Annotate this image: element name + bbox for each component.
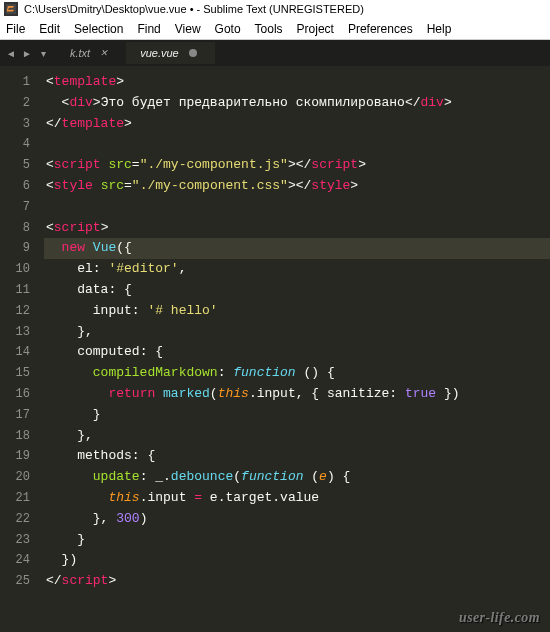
menu-file[interactable]: File (6, 22, 25, 36)
tab-dropdown-icon[interactable]: ▾ (36, 46, 50, 60)
code-line: computed: { (44, 342, 550, 363)
code-line: el: '#editor', (44, 259, 550, 280)
line-number-gutter: 1 2 3 4 5 6 7 8 9 10 11 12 13 14 15 16 1… (0, 66, 38, 598)
tab-strip: ◄ ► ▾ k.txt ✕ vue.vue (0, 40, 550, 66)
menu-find[interactable]: Find (137, 22, 160, 36)
code-line: </script> (44, 571, 550, 592)
code-area[interactable]: <template> <div>Это будет предварительно… (38, 66, 550, 598)
code-line (44, 134, 550, 155)
menu-goto[interactable]: Goto (215, 22, 241, 36)
window-title: C:\Users\Dmitry\Desktop\vue.vue • - Subl… (24, 3, 364, 15)
tab-forward-icon[interactable]: ► (20, 46, 34, 60)
tab-nav-arrows: ◄ ► ▾ (4, 46, 50, 60)
code-line: return marked(this.input, { sanitize: tr… (44, 384, 550, 405)
tab-label: vue.vue (140, 47, 179, 59)
app-icon (4, 2, 18, 16)
code-line (44, 197, 550, 218)
tab-vuevue[interactable]: vue.vue (126, 42, 215, 64)
code-line: new Vue({ (44, 238, 550, 259)
tab-ktxt[interactable]: k.txt ✕ (56, 42, 126, 64)
code-line: <script src="./my-component.js"></script… (44, 155, 550, 176)
code-line: </template> (44, 114, 550, 135)
menu-edit[interactable]: Edit (39, 22, 60, 36)
code-line: }) (44, 550, 550, 571)
tab-back-icon[interactable]: ◄ (4, 46, 18, 60)
code-line: }, (44, 426, 550, 447)
menu-selection[interactable]: Selection (74, 22, 123, 36)
code-line: methods: { (44, 446, 550, 467)
code-line: }, 300) (44, 509, 550, 530)
code-line: } (44, 405, 550, 426)
code-line: <style src="./my-component.css"></style> (44, 176, 550, 197)
title-bar: C:\Users\Dmitry\Desktop\vue.vue • - Subl… (0, 0, 550, 18)
code-line: this.input = e.target.value (44, 488, 550, 509)
editor[interactable]: { } 1 2 3 4 5 6 7 8 9 10 11 12 13 14 15 … (0, 66, 550, 598)
menu-view[interactable]: View (175, 22, 201, 36)
code-line: <script> (44, 218, 550, 239)
menu-project[interactable]: Project (297, 22, 334, 36)
code-line: <div>Это будет предварительно скомпилиро… (44, 93, 550, 114)
menu-preferences[interactable]: Preferences (348, 22, 413, 36)
tab-label: k.txt (70, 47, 90, 59)
dirty-indicator-icon (189, 49, 197, 57)
code-line: <template> (44, 72, 550, 93)
menu-tools[interactable]: Tools (255, 22, 283, 36)
menu-help[interactable]: Help (427, 22, 452, 36)
code-line: update: _.debounce(function (e) { (44, 467, 550, 488)
code-line: }, (44, 322, 550, 343)
code-line: input: '# hello' (44, 301, 550, 322)
code-line: data: { (44, 280, 550, 301)
code-line: } (44, 530, 550, 551)
code-line: compiledMarkdown: function () { (44, 363, 550, 384)
close-icon[interactable]: ✕ (100, 48, 108, 58)
watermark: user-life.com (459, 610, 540, 626)
menu-bar: File Edit Selection Find View Goto Tools… (0, 18, 550, 40)
